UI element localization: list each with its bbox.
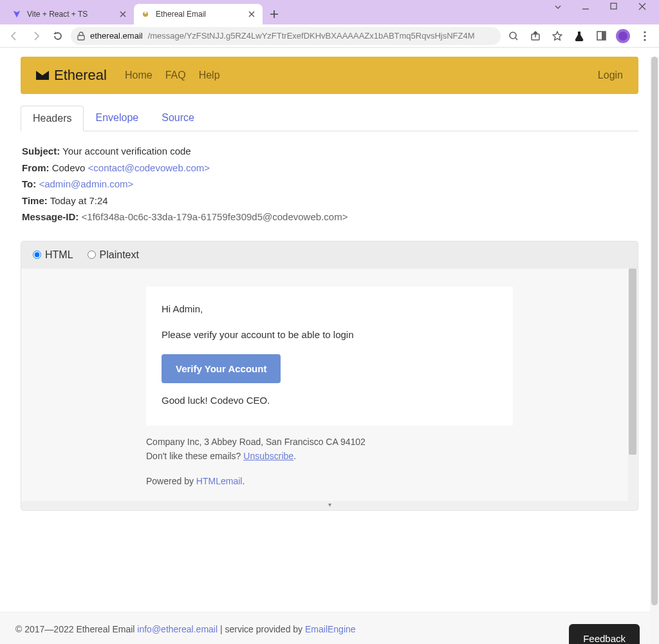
to-label: To:: [22, 178, 36, 189]
email-body: Please verify your account to be able to…: [162, 328, 497, 343]
from-email: <contact@codevoweb.com>: [88, 162, 210, 173]
chevron-down-icon[interactable]: [553, 3, 570, 12]
flask-icon[interactable]: [570, 27, 588, 45]
subject-value: Your account verification code: [62, 146, 191, 156]
ethereal-favicon: [140, 9, 151, 19]
nav-links: Home FAQ Help: [125, 70, 220, 81]
nav-home[interactable]: Home: [125, 70, 153, 81]
email-footer: Company Inc, 3 Abbey Road, San Francisco…: [146, 435, 513, 488]
site-footer: © 2017—2022 Ethereal Email info@ethereal…: [0, 612, 650, 644]
unsubscribe-prefix: Don't like these emails?: [146, 451, 243, 461]
format-plaintext[interactable]: Plaintext: [88, 249, 139, 261]
maximize-icon[interactable]: [610, 3, 627, 12]
svg-rect-3: [78, 35, 84, 40]
tab-envelope[interactable]: Envelope: [84, 106, 150, 131]
back-button[interactable]: [5, 27, 23, 45]
tab-title: Vite + React + TS: [27, 10, 113, 19]
profile-avatar[interactable]: [614, 27, 632, 45]
svg-point-10: [644, 39, 645, 41]
time-value: Today at 7:24: [50, 195, 108, 206]
panel-icon[interactable]: [592, 27, 610, 45]
content-scrollbar[interactable]: [628, 269, 637, 502]
address-bar[interactable]: ethereal.email/message/YzFStNJJ.g5RZ4LwY…: [71, 27, 501, 45]
verify-account-button[interactable]: Verify Your Account: [162, 354, 281, 383]
close-icon[interactable]: [247, 10, 256, 19]
company-address: Company Inc, 3 Abbey Road, San Francisco…: [146, 435, 513, 449]
format-selector: HTML Plaintext: [21, 242, 638, 269]
tab-source[interactable]: Source: [150, 106, 206, 131]
email-signoff: Good luck! Codevo CEO.: [162, 393, 497, 408]
powered-link[interactable]: HTMLemail: [196, 476, 243, 486]
format-html[interactable]: HTML: [33, 249, 73, 261]
nav-faq[interactable]: FAQ: [165, 70, 186, 81]
copyright: © 2017—2022 Ethereal Email: [15, 624, 137, 634]
close-icon[interactable]: [118, 10, 127, 19]
nav-help[interactable]: Help: [199, 70, 220, 81]
window-controls: [553, 3, 655, 12]
emailengine-link[interactable]: EmailEngine: [305, 624, 356, 634]
radio-plaintext[interactable]: [88, 251, 96, 259]
message-id-label: Message-ID:: [22, 211, 79, 222]
from-label: From:: [22, 162, 50, 173]
message-tabs: Headers Envelope Source: [21, 106, 638, 131]
page-scrollbar-thumb[interactable]: [651, 57, 658, 605]
share-icon[interactable]: [526, 27, 544, 45]
zoom-icon[interactable]: [505, 27, 523, 45]
unsubscribe-link[interactable]: Unsubscribe: [243, 451, 293, 461]
page-viewport: Ethereal Home FAQ Help Login Headers Env…: [0, 57, 659, 644]
footer-contact-link[interactable]: info@ethereal.email: [137, 624, 218, 634]
reload-button[interactable]: [49, 27, 67, 45]
service-prefix: | service provided by: [218, 624, 305, 634]
browser-tab-active[interactable]: Ethereal Email: [134, 4, 263, 24]
svg-rect-2: [611, 3, 617, 9]
browser-titlebar: Vite + React + TS Ethereal Email: [0, 0, 659, 24]
kebab-menu-icon[interactable]: [636, 27, 654, 45]
time-label: Time:: [22, 195, 48, 206]
to-email: <admin@admin.com>: [39, 178, 133, 189]
browser-tabs: Vite + React + TS Ethereal Email: [0, 0, 283, 24]
headers-block: Subject: Your account verification code …: [21, 131, 638, 237]
email-card: Hi Admin, Please verify your account to …: [146, 287, 513, 426]
envelope-icon: [36, 71, 49, 80]
url-host: ethereal.email: [90, 31, 143, 41]
radio-html[interactable]: [33, 251, 41, 259]
svg-point-4: [510, 32, 516, 39]
email-content-area: Hi Admin, Please verify your account to …: [21, 269, 638, 511]
powered-prefix: Powered by: [146, 476, 196, 486]
email-greeting: Hi Admin,: [162, 302, 497, 317]
scrollbar-thumb[interactable]: [629, 269, 636, 455]
message-frame: HTML Plaintext Hi Admin, Please verify y…: [21, 241, 638, 511]
url-path: /message/YzFStNJJ.g5RZ4LwYzFTtrExefDKHvB…: [148, 31, 475, 41]
svg-point-8: [644, 31, 645, 33]
star-icon[interactable]: [548, 27, 566, 45]
page-scrollbar[interactable]: [650, 57, 659, 644]
subject-label: Subject:: [22, 146, 60, 156]
tab-title: Ethereal Email: [156, 10, 242, 19]
minimize-icon[interactable]: [582, 3, 599, 12]
forward-button[interactable]: [27, 27, 45, 45]
brand[interactable]: Ethereal: [36, 67, 107, 84]
close-window-icon[interactable]: [638, 3, 655, 12]
scroll-down-arrow[interactable]: ▾: [21, 501, 638, 510]
brand-label: Ethereal: [54, 67, 107, 84]
from-name: Codevo: [52, 162, 86, 173]
lock-icon: [77, 32, 85, 41]
tab-headers[interactable]: Headers: [21, 106, 84, 131]
feedback-button[interactable]: Feedback: [569, 624, 640, 644]
message-id-value: <1f6f348a-0c6c-33da-179a-61759fe309d5@co…: [82, 211, 348, 222]
nav-login[interactable]: Login: [598, 70, 623, 81]
svg-point-1: [144, 12, 147, 14]
svg-point-9: [644, 35, 645, 37]
svg-rect-7: [602, 32, 606, 40]
new-tab-button[interactable]: [265, 5, 283, 23]
site-navbar: Ethereal Home FAQ Help Login: [21, 57, 638, 94]
browser-tab-inactive[interactable]: Vite + React + TS: [5, 4, 134, 24]
vite-icon: [12, 9, 22, 19]
browser-toolbar: ethereal.email/message/YzFStNJJ.g5RZ4LwY…: [0, 24, 659, 48]
